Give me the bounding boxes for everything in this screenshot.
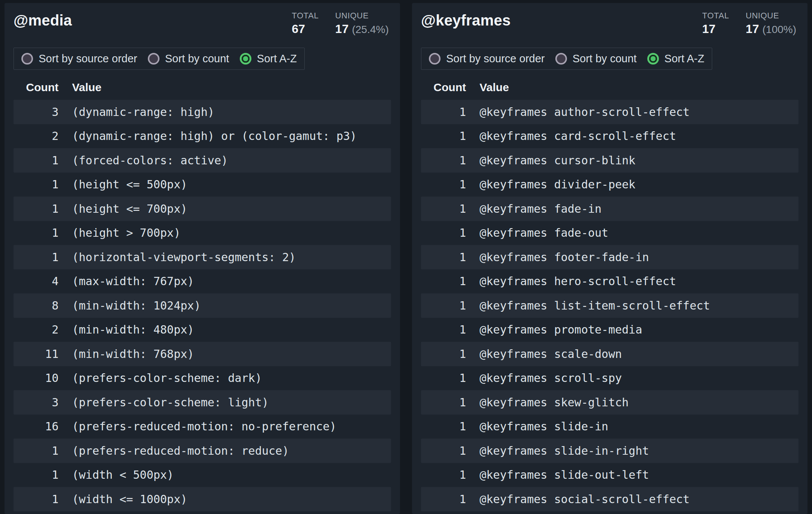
table-row: 1 (forced-colors: active)	[14, 148, 391, 173]
column-header-value: Value	[72, 81, 101, 94]
unique-value: 17	[335, 23, 349, 35]
sort-option-az[interactable]: Sort A-Z	[647, 53, 704, 65]
count-cell: 1	[14, 202, 59, 215]
count-cell: 1	[421, 347, 466, 361]
column-header-count: Count	[14, 81, 59, 94]
total-label: TOTAL	[292, 11, 319, 20]
values-table: Count Value 1 @keyframes author-scroll-e…	[421, 78, 798, 511]
radio-icon[interactable]	[240, 53, 251, 65]
column-header-count: Count	[421, 81, 466, 94]
total-stat: TOTAL 67	[292, 11, 319, 35]
value-cell: @keyframes cursor-blink	[480, 154, 635, 167]
radio-icon[interactable]	[429, 53, 441, 65]
count-cell: 1	[421, 371, 466, 385]
count-cell: 2	[14, 323, 59, 336]
value-cell: @keyframes slide-out-left	[480, 468, 649, 481]
column-header-value: Value	[480, 81, 509, 94]
table-row: 1 @keyframes fade-out	[421, 221, 798, 245]
table-header: Count Value	[421, 78, 798, 100]
table-row: 3 (prefers-color-scheme: light)	[14, 390, 391, 415]
sort-option-label: Sort A-Z	[257, 53, 297, 65]
sort-option-source-order[interactable]: Sort by source order	[21, 53, 137, 65]
table-row: 16 (prefers-reduced-motion: no-preferenc…	[14, 415, 391, 439]
sort-option-count[interactable]: Sort by count	[555, 53, 637, 65]
count-cell: 3	[14, 105, 59, 119]
value-cell: (height <= 700px)	[72, 202, 187, 215]
total-value: 67	[292, 23, 305, 35]
table-row: 2 (dynamic-range: high) or (color-gamut:…	[14, 124, 391, 149]
sort-option-source-order[interactable]: Sort by source order	[429, 53, 545, 65]
radio-icon[interactable]	[647, 53, 659, 65]
table-row: 2 (min-width: 480px)	[14, 318, 391, 342]
unique-stat: UNIQUE 17 (100%)	[746, 11, 796, 35]
panel-title: @media	[14, 11, 72, 29]
total-value: 17	[702, 23, 716, 35]
table-row: 1 (height > 700px)	[14, 221, 391, 245]
sort-option-az[interactable]: Sort A-Z	[240, 53, 297, 65]
radio-icon[interactable]	[148, 53, 159, 65]
value-cell: (width <= 1000px)	[72, 493, 187, 506]
total-label: TOTAL	[702, 11, 729, 20]
value-cell: @keyframes slide-in	[480, 420, 608, 433]
value-cell: (min-width: 768px)	[72, 347, 194, 361]
count-cell: 1	[14, 444, 59, 457]
table-row: 1 @keyframes divider-peek	[421, 173, 798, 197]
radio-icon[interactable]	[555, 53, 567, 65]
value-cell: (height > 700px)	[72, 226, 180, 239]
unique-stat: UNIQUE 17 (25.4%)	[335, 11, 389, 35]
table-row: 1 @keyframes card-scroll-effect	[421, 124, 798, 149]
table-row: 1 @keyframes list-item-scroll-effect	[421, 293, 798, 318]
table-body: 1 @keyframes author-scroll-effect 1 @key…	[421, 100, 798, 511]
sort-option-label: Sort by source order	[39, 53, 137, 65]
radio-icon[interactable]	[21, 53, 33, 65]
count-cell: 1	[421, 105, 466, 119]
table-row: 1 @keyframes slide-in-right	[421, 439, 798, 463]
count-cell: 1	[421, 154, 466, 167]
table-row: 1 @keyframes author-scroll-effect	[421, 100, 798, 124]
table-row: 1 @keyframes footer-fade-in	[421, 245, 798, 269]
sort-option-count[interactable]: Sort by count	[148, 53, 229, 65]
value-cell: @keyframes author-scroll-effect	[480, 105, 690, 119]
value-cell: @keyframes divider-peek	[480, 178, 635, 191]
table-row: 1 @keyframes cursor-blink	[421, 148, 798, 173]
value-cell: @keyframes scale-down	[480, 347, 622, 361]
value-cell: @keyframes slide-in-right	[480, 444, 649, 457]
count-cell: 16	[14, 420, 59, 433]
count-cell: 1	[421, 178, 466, 191]
table-row: 1 @keyframes hero-scroll-effect	[421, 269, 798, 294]
count-cell: 1	[14, 178, 59, 191]
count-cell: 1	[421, 493, 466, 506]
table-row: 1 @keyframes scale-down	[421, 342, 798, 366]
value-cell: (prefers-color-scheme: dark)	[72, 371, 262, 385]
value-cell: @keyframes fade-out	[480, 226, 608, 239]
count-cell: 1	[421, 226, 466, 239]
keyframes-panel: @keyframes TOTAL 17 UNIQUE 17 (100%)	[412, 3, 807, 514]
table-row: 1 @keyframes slide-out-left	[421, 463, 798, 487]
values-table: Count Value 3 (dynamic-range: high) 2 (d…	[14, 78, 391, 511]
count-cell: 10	[14, 371, 59, 385]
table-row: 10 (prefers-color-scheme: dark)	[14, 366, 391, 391]
sort-control: Sort by source order Sort by count Sort …	[14, 48, 305, 70]
panel-title: @keyframes	[421, 11, 511, 29]
table-body: 3 (dynamic-range: high) 2 (dynamic-range…	[14, 100, 391, 511]
table-row: 1 (height <= 700px)	[14, 197, 391, 221]
count-cell: 1	[14, 154, 59, 167]
value-cell: @keyframes promote-media	[480, 323, 642, 336]
value-cell: (min-width: 480px)	[72, 323, 194, 336]
unique-label: UNIQUE	[335, 11, 368, 20]
value-cell: @keyframes social-scroll-effect	[480, 493, 690, 506]
value-cell: @keyframes fade-in	[480, 202, 601, 215]
sort-option-label: Sort A-Z	[665, 53, 704, 65]
atrules-stats-page: @media TOTAL 67 UNIQUE 17 (25.4%)	[0, 0, 812, 514]
value-cell: @keyframes card-scroll-effect	[480, 129, 676, 143]
value-cell: (dynamic-range: high)	[72, 105, 214, 119]
count-cell: 11	[14, 347, 59, 361]
count-cell: 4	[14, 275, 59, 288]
sort-control: Sort by source order Sort by count Sort …	[421, 48, 712, 70]
value-cell: (height <= 500px)	[72, 178, 187, 191]
value-cell: @keyframes scroll-spy	[480, 371, 622, 385]
table-row: 1 @keyframes slide-in	[421, 415, 798, 439]
count-cell: 1	[14, 251, 59, 264]
table-row: 1 @keyframes scroll-spy	[421, 366, 798, 391]
table-row: 1 (horizontal-viewport-segments: 2)	[14, 245, 391, 269]
